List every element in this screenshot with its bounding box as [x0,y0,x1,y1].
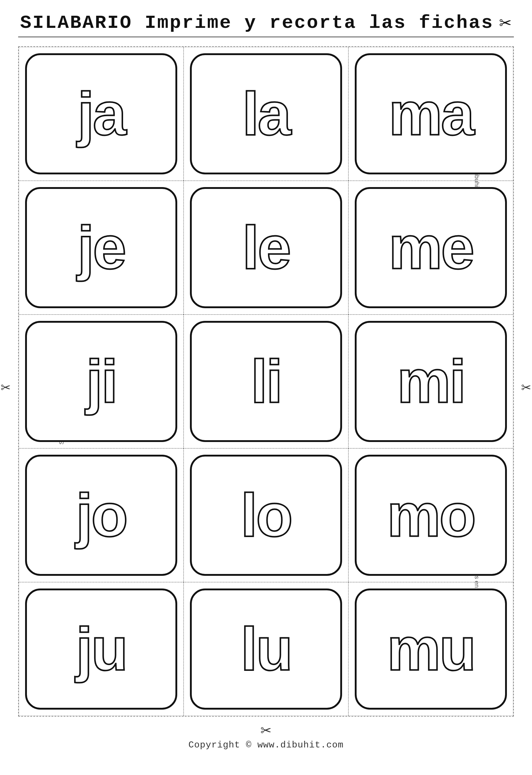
grid-cell-mo: mo [348,448,513,582]
syllable-card-ma: ma [355,53,507,174]
header: SILABARIO Imprime y recorta las fichas ✂ [18,12,514,37]
grid-cell-li: li [184,315,348,448]
syllable-text-le: le [242,218,290,278]
scissors-left-icon: ✂ [1,381,11,394]
syllable-text-li: li [251,351,281,412]
grid-cell-lu: lu [184,582,348,716]
syllable-text-ja: ja [77,83,125,144]
syllable-card-ji: ji [25,321,177,442]
grid-cell-ja: ja [19,47,184,181]
grid-cell-mu: mu [348,582,513,716]
syllable-card-li: li [190,321,342,442]
copyright-text: Copyright © www.dibuhit.com [188,740,344,750]
scissors-footer-icon: ✂ [260,723,272,738]
syllable-card-ja: ja [25,53,177,174]
syllable-text-jo: jo [76,485,127,545]
syllable-text-mi: mi [397,351,465,412]
grid-cell-ju: ju [19,582,184,716]
syllable-card-mi: mi [355,321,507,442]
grid-cell-ji: ji [19,315,184,448]
syllable-text-ji: ji [86,351,116,412]
syllable-card-lo: lo [190,455,342,576]
syllable-card-mo: mo [355,455,507,576]
scissors-right-icon: ✂ [521,381,531,394]
syllable-card-me: me [355,187,507,308]
syllable-text-ju: ju [76,619,127,679]
scissors-header-icon: ✂ [499,14,512,32]
page-title: SILABARIO Imprime y recorta las fichas [20,12,494,34]
syllable-text-la: la [242,83,290,144]
grid-cell-le: le [184,181,348,315]
grid-cell-la: la [184,47,348,181]
syllable-grid: jalamajelemejilimijolomojulumu [18,46,514,717]
syllable-card-lu: lu [190,589,342,710]
syllable-text-me: me [389,218,473,278]
grid-cell-lo: lo [184,448,348,582]
grid-cell-je: je [19,181,184,315]
footer: ✂ Copyright © www.dibuhit.com [18,723,514,750]
grid-cell-jo: jo [19,448,184,582]
syllable-card-mu: mu [355,589,507,710]
syllable-card-le: le [190,187,342,308]
grid-cell-me: me [348,181,513,315]
syllable-text-mu: mu [387,619,475,679]
syllable-text-lu: lu [241,619,292,679]
grid-cell-ma: ma [348,47,513,181]
syllable-card-jo: jo [25,455,177,576]
syllable-text-je: je [77,218,125,278]
page: SILABARIO Imprime y recorta las fichas ✂… [0,0,532,775]
syllable-card-je: je [25,187,177,308]
syllable-text-ma: ma [389,83,473,144]
syllable-card-la: la [190,53,342,174]
syllable-card-ju: ju [25,589,177,710]
syllable-text-lo: lo [241,485,292,545]
syllable-text-mo: mo [387,485,475,545]
grid-cell-mi: mi [348,315,513,448]
